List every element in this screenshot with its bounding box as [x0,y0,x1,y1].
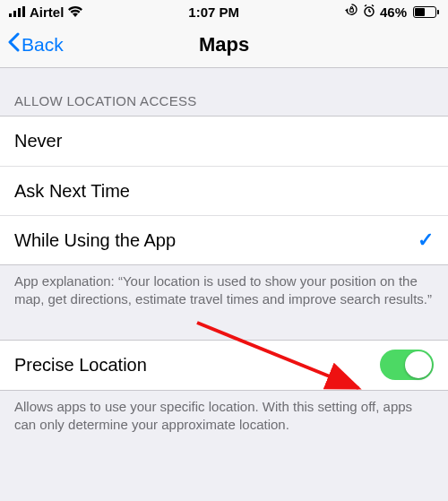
svg-line-9 [372,4,374,6]
precise-location-label: Precise Location [14,355,147,376]
toggle-knob [405,351,432,378]
option-never[interactable]: Never [0,117,448,166]
wifi-icon [68,4,82,20]
option-label: While Using the App [14,230,176,251]
option-label: Ask Next Time [14,181,130,202]
app-explanation-text: App explanation: “Your location is used … [0,265,448,324]
section-header-location: ALLOW LOCATION ACCESS [0,68,448,116]
carrier-label: Airtel [30,4,64,20]
precise-location-footer: Allows apps to use your specific locatio… [0,391,448,449]
battery-percent-label: 46% [380,4,407,20]
location-options-list: Never Ask Next Time While Using the App … [0,116,448,265]
nav-bar: Back Maps [0,22,448,68]
precise-location-row: Precise Location [0,341,448,390]
checkmark-icon: ✓ [418,229,434,252]
svg-rect-2 [18,8,21,17]
chevron-left-icon [7,32,20,56]
back-label: Back [22,34,64,56]
option-ask-next-time[interactable]: Ask Next Time [0,166,448,215]
page-title: Maps [0,33,448,56]
option-while-using[interactable]: While Using the App ✓ [0,215,448,264]
svg-rect-4 [350,9,354,13]
orientation-lock-icon [345,4,358,20]
alarm-icon [363,4,375,20]
battery-icon [411,6,439,18]
signal-icon [9,4,25,20]
svg-rect-1 [13,11,16,17]
svg-rect-3 [22,6,25,17]
status-bar: Airtel 1:07 PM 46% [0,0,448,22]
precise-location-list: Precise Location [0,340,448,391]
back-button[interactable]: Back [0,32,64,56]
option-label: Never [14,131,62,151]
svg-line-8 [365,4,366,6]
clock-label: 1:07 PM [82,4,345,20]
svg-rect-0 [9,13,12,17]
precise-location-toggle[interactable] [380,350,434,380]
